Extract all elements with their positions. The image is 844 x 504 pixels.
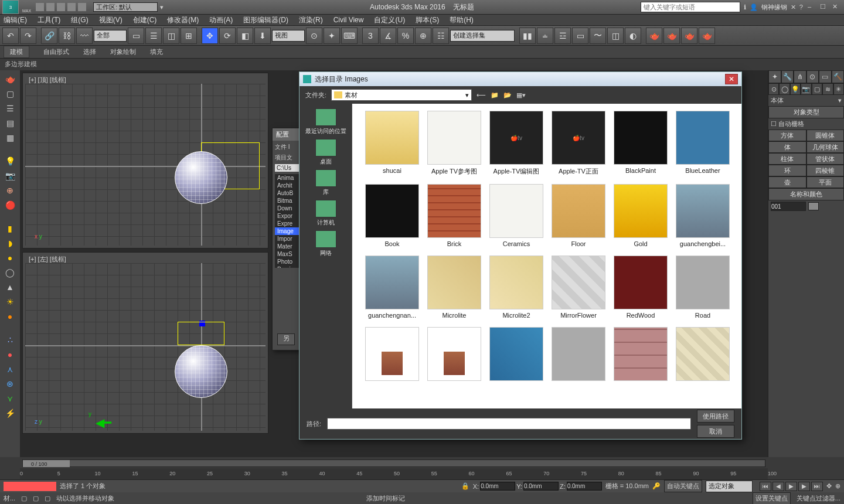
menu-编辑(E)[interactable]: 编辑(E)	[4, 15, 27, 25]
bolt-icon[interactable]: ⚡	[2, 407, 18, 420]
select-name-button[interactable]: ☰	[145, 28, 162, 44]
render-preset-button[interactable]: 🫖	[699, 28, 715, 44]
spiral-icon[interactable]: ⊛	[2, 377, 18, 390]
lock-icon[interactable]: 🔒	[461, 482, 469, 490]
cameras-icon[interactable]: 📷	[801, 83, 811, 95]
use-path-button[interactable]: 使用路径	[697, 410, 734, 423]
menu-视图(V)[interactable]: 视图(V)	[99, 15, 122, 25]
ribbon-tab-1[interactable]: 自由形式	[43, 47, 69, 56]
folder-combo[interactable]: 素材 ▾	[331, 89, 472, 101]
coord-y-input[interactable]	[523, 482, 559, 491]
named-selection-combo[interactable]: 创建选择集	[450, 30, 515, 42]
panel-icon[interactable]: ▤	[2, 117, 18, 130]
circle-icon[interactable]: ●	[2, 310, 18, 323]
ribbon-tab-0[interactable]: 建模	[4, 46, 29, 58]
play-button[interactable]: ▶	[785, 482, 797, 491]
placement-button[interactable]: ⬇	[254, 28, 271, 44]
coord-z-input[interactable]	[567, 482, 602, 491]
maxscript-mini-listener[interactable]	[4, 482, 56, 491]
particles-icon[interactable]: ∴	[2, 333, 18, 346]
lights-icon[interactable]: 💡	[790, 83, 801, 95]
goto-end-button[interactable]: ⏭	[811, 482, 823, 491]
key-target-combo[interactable]: 选定对象	[706, 481, 753, 492]
file-item[interactable]: shucai	[363, 111, 421, 176]
search-input[interactable]	[641, 2, 740, 12]
file-item[interactable]: BlackPaint	[611, 111, 670, 176]
file-item[interactable]: Brick	[425, 184, 484, 247]
create-管状体[interactable]: 管状体	[806, 153, 845, 165]
project-btn[interactable]: 另	[277, 333, 295, 345]
file-list[interactable]: shucaiApple TV参考图🍎tvApple-TV编辑图🍎tvApple-…	[352, 104, 741, 408]
helpers-icon[interactable]: ▢	[812, 83, 822, 95]
menu-帮助(H)[interactable]: 帮助(H)	[450, 15, 474, 25]
workspace-selector[interactable]: 工作区: 默认 ▾	[93, 2, 164, 12]
name-color-header[interactable]: 名称和颜色	[768, 188, 844, 200]
box-icon[interactable]: ▢	[2, 87, 18, 100]
undo-button[interactable]: ↶	[2, 28, 19, 44]
nav-icon[interactable]: ✥	[826, 482, 832, 490]
file-item[interactable]: Floor	[549, 184, 608, 247]
grid-icon[interactable]: ▦	[2, 131, 18, 144]
open-icon[interactable]	[46, 3, 55, 11]
file-item[interactable]: Microlite2	[487, 256, 546, 319]
geom-icon[interactable]: ⊙	[768, 83, 779, 95]
file-item[interactable]: guanchengnan...	[363, 256, 421, 319]
torus-icon[interactable]: ◯	[2, 266, 18, 279]
selection-filter[interactable]: 全部	[94, 30, 127, 42]
goto-start-button[interactable]: ⏮	[760, 482, 771, 491]
new-icon[interactable]	[36, 3, 44, 11]
file-item[interactable]	[425, 327, 484, 383]
render-setup-button[interactable]: 🫖	[646, 28, 662, 44]
sphere-icon[interactable]: ●	[2, 251, 18, 264]
file-item[interactable]	[611, 327, 670, 383]
place-网络[interactable]: 网络	[302, 230, 349, 257]
win-icon3[interactable]: ▢	[45, 495, 50, 502]
add-time-tag[interactable]: 添加时间标记	[366, 494, 405, 503]
ribbon-tab-4[interactable]: 填充	[150, 47, 163, 56]
autokey-button[interactable]: 自动关键点	[664, 480, 702, 492]
tab-hierarchy[interactable]: ⋔	[794, 70, 806, 83]
win-icon[interactable]: ▢	[21, 495, 27, 502]
cone-icon[interactable]: ▲	[2, 281, 18, 294]
light-icon[interactable]: 💡	[2, 155, 18, 168]
redo-button[interactable]: ↷	[20, 28, 36, 44]
camera-icon[interactable]: 📷	[2, 169, 18, 182]
toggle-ribbon-button[interactable]: ▭	[572, 28, 588, 44]
create-壶[interactable]: 壶	[768, 176, 806, 188]
menu-Civil View[interactable]: Civil View	[333, 16, 364, 24]
rect-select-button[interactable]: ◫	[163, 28, 179, 44]
link-button[interactable]: 🔗	[41, 28, 57, 44]
dialog-close-button[interactable]: ✕	[725, 74, 738, 84]
move-button[interactable]: ✥	[202, 28, 218, 44]
sun-icon[interactable]: ☀	[2, 295, 18, 308]
spinner-snap-button[interactable]: ⊕	[415, 28, 431, 44]
ribbon-tab-3[interactable]: 对象绘制	[110, 47, 136, 56]
menu-脚本(S)[interactable]: 脚本(S)	[416, 15, 439, 25]
place-最近访问的位置[interactable]: 最近访问的位置	[302, 108, 349, 135]
mirror-button[interactable]: ▮▮	[519, 28, 536, 44]
render-frame-button[interactable]: 🫖	[663, 28, 680, 44]
edit-named-button[interactable]: ☷	[433, 28, 449, 44]
redball-icon[interactable]: ●	[2, 348, 18, 361]
next-frame-button[interactable]: ▶	[798, 482, 810, 491]
systems-icon[interactable]: ✳	[833, 83, 844, 95]
viewport-left[interactable]: [+] [左] [线框] ◀━ y z y	[22, 252, 268, 434]
align-button[interactable]: ⫨	[537, 28, 553, 44]
save-icon[interactable]	[57, 3, 65, 11]
menu-动画(A)[interactable]: 动画(A)	[209, 15, 233, 25]
scale-button[interactable]: ◧	[237, 28, 253, 44]
bones-icon[interactable]: 🔴	[2, 199, 18, 212]
key-icon[interactable]: 🔑	[652, 482, 661, 490]
setkey-button[interactable]: 设置关键点	[753, 492, 791, 505]
curve-editor-button[interactable]: 〜	[590, 28, 606, 44]
render-button[interactable]: 🫖	[681, 28, 697, 44]
menu-工具(T)[interactable]: 工具(T)	[38, 15, 60, 25]
file-item[interactable]: Book	[363, 184, 421, 247]
tab-modify[interactable]: 🔧	[781, 70, 794, 83]
file-item[interactable]: RedWood	[611, 256, 670, 319]
timeline[interactable]: 0 / 100 05101520253035404550556065707580…	[20, 458, 768, 479]
infocenter-icon[interactable]: ℹ	[744, 4, 746, 11]
schematic-button[interactable]: ◫	[607, 28, 624, 44]
file-item[interactable]: 🍎tvApple-TV正面	[549, 111, 608, 176]
shapes-icon[interactable]: ◯	[779, 83, 789, 95]
